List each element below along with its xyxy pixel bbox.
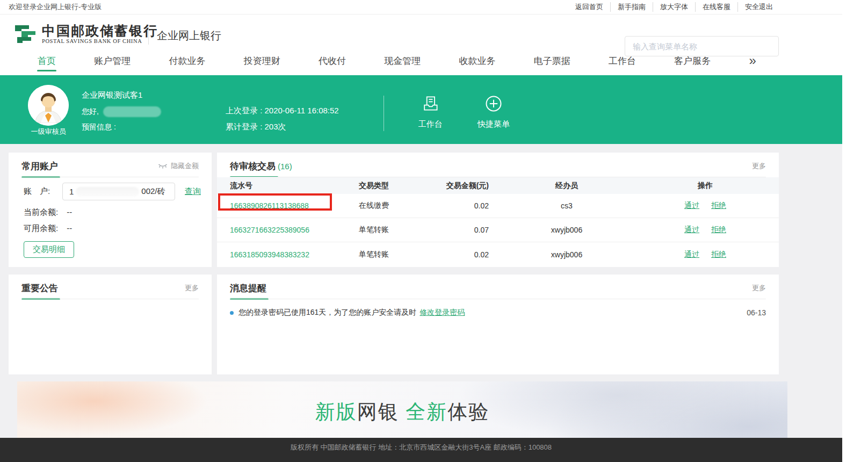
query-link[interactable]: 查询 xyxy=(185,186,201,197)
panel-pending-transactions: 待审核交易(16) 更多 流水号 交易类型 交易金额(元) 经办员 操作 166… xyxy=(217,153,779,267)
promo-part: 新版 xyxy=(315,401,357,423)
avatar xyxy=(28,85,69,126)
footer: 版权所有 中国邮政储蓄银行 地址：北京市西城区金融大街3号A座 邮政编码：100… xyxy=(0,438,842,462)
header-divider xyxy=(148,26,149,45)
available-balance-value: -- xyxy=(67,223,72,233)
link-enlarge-font[interactable]: 放大字体 xyxy=(653,2,695,12)
tab-e-bills[interactable]: 电子票据 xyxy=(534,55,570,73)
approve-link[interactable]: 通过 xyxy=(684,250,699,258)
account-number-end: 002/砖 xyxy=(141,186,165,197)
approve-link[interactable]: 通过 xyxy=(684,201,699,210)
transaction-operator: xwyjb006 xyxy=(489,226,645,234)
table-row: 1663271663225389056 单笔转账 0.07 xwyjb006 通… xyxy=(217,218,779,242)
main-nav: 首页 账户管理 付款业务 投资理财 代收付 现金管理 收款业务 电子票据 工作台… xyxy=(0,54,842,75)
message-date: 06-13 xyxy=(747,308,766,317)
messages-more-link[interactable]: 更多 xyxy=(752,283,766,293)
redacted-user-name xyxy=(103,106,161,117)
login-count-text: 累计登录 : 203次 xyxy=(226,122,286,132)
table-row: 1663890826113138688 在线缴费 0.02 cs3 通过 拒绝 xyxy=(217,194,779,218)
col-serial-number: 流水号 xyxy=(230,181,359,191)
transaction-id-link[interactable]: 1663271663225389056 xyxy=(230,226,309,234)
eye-closed-icon xyxy=(158,163,168,169)
quick-menu-label: 快捷菜单 xyxy=(469,119,518,129)
reject-link[interactable]: 拒绝 xyxy=(711,250,726,258)
transaction-amount: 0.07 xyxy=(424,226,489,234)
tab-collection-payment[interactable]: 代收付 xyxy=(319,55,346,73)
workbench-label: 工作台 xyxy=(406,119,454,129)
content-area: 常用账户 隐藏金额 账 户: xyxy=(0,144,842,438)
tab-payment-services[interactable]: 付款业务 xyxy=(169,55,206,73)
link-return-home[interactable]: 返回首页 xyxy=(568,2,610,12)
tab-account-management[interactable]: 账户管理 xyxy=(94,55,131,73)
tab-receivables[interactable]: 收款业务 xyxy=(459,55,496,73)
pending-more-link[interactable]: 更多 xyxy=(752,161,766,171)
promo-part: 网银 xyxy=(357,401,399,423)
copyright-text: 版权所有 中国邮政储蓄银行 地址：北京市西城区金融大街3号A座 邮政编码：100… xyxy=(291,443,552,451)
transaction-type: 在线缴费 xyxy=(359,201,424,211)
pending-title: 待审核交易 xyxy=(230,160,276,172)
announcements-more-link[interactable]: 更多 xyxy=(185,283,199,293)
banner-divider xyxy=(384,96,384,131)
message-text: 您的登录密码已使用161天，为了您的账户安全请及时 xyxy=(238,308,416,317)
bullet-dot-icon xyxy=(230,311,234,315)
company-name: 企业网银测试客1 xyxy=(82,90,142,100)
message-item: 您的登录密码已使用161天，为了您的账户安全请及时 修改登录密码 06-13 xyxy=(230,308,766,317)
link-beginner-guide[interactable]: 新手指南 xyxy=(610,2,653,12)
available-balance-label: 可用余额: xyxy=(24,223,58,233)
workbench-shortcut[interactable]: 工作台 xyxy=(406,93,454,129)
tab-cash-management[interactable]: 现金管理 xyxy=(384,55,421,73)
hide-amount-toggle[interactable]: 隐藏金额 xyxy=(158,161,199,171)
tab-investment[interactable]: 投资理财 xyxy=(244,55,280,73)
avatar-image xyxy=(28,85,69,126)
welcome-text: 欢迎登录企业网上银行-专业版 xyxy=(9,2,102,12)
bank-logo-icon xyxy=(12,21,38,47)
col-actions: 操作 xyxy=(645,181,766,191)
current-balance-label: 当前余额: xyxy=(24,207,58,216)
bank-name-en: POSTAL SAVINGS BANK OF CHINA xyxy=(42,38,158,44)
menu-search-input[interactable] xyxy=(625,36,779,56)
change-password-link[interactable]: 修改登录密码 xyxy=(419,308,465,317)
nav-more-chevron-icon[interactable]: » xyxy=(749,55,756,67)
panel-frequent-accounts: 常用账户 隐藏金额 账 户: xyxy=(9,153,212,267)
transaction-type: 单笔转账 xyxy=(359,225,424,235)
account-select[interactable]: 1 002/砖 xyxy=(62,183,175,200)
reject-link[interactable]: 拒绝 xyxy=(711,201,726,210)
promo-part: 体验 xyxy=(447,401,489,423)
promo-banner[interactable]: 新版网银 全新体验 xyxy=(17,381,787,438)
table-row: 1663185093948383232 单笔转账 0.02 xwyjb006 通… xyxy=(217,242,779,266)
tab-customer-service[interactable]: 客户服务 xyxy=(674,55,711,73)
user-banner: 一级审核员 企业网银测试客1 您好, 预留信息 : 上次登录 : 2020-06… xyxy=(0,75,842,144)
transaction-operator: xwyjb006 xyxy=(489,250,645,259)
link-online-service[interactable]: 在线客服 xyxy=(695,2,737,12)
product-title: 企业网上银行 xyxy=(157,28,221,43)
messages-title: 消息提醒 xyxy=(230,282,266,294)
page: 欢迎登录企业网上银行-专业版 返回首页 新手指南 放大字体 在线客服 安全退出 … xyxy=(0,0,842,462)
transaction-id-link[interactable]: 1663890826113138688 xyxy=(230,201,309,210)
transaction-detail-button[interactable]: 交易明细 xyxy=(24,241,74,258)
pending-table: 流水号 交易类型 交易金额(元) 经办员 操作 1663890826113138… xyxy=(217,177,779,266)
frequent-accounts-title: 常用账户 xyxy=(21,160,58,172)
tab-home[interactable]: 首页 xyxy=(38,55,56,73)
promo-slogan: 新版网银 全新体验 xyxy=(17,399,787,425)
col-amount: 交易金额(元) xyxy=(424,181,489,191)
transaction-type: 单笔转账 xyxy=(359,250,424,259)
quick-menu-shortcut[interactable]: 快捷菜单 xyxy=(469,93,518,129)
col-transaction-type: 交易类型 xyxy=(359,181,424,191)
link-safe-logout[interactable]: 安全退出 xyxy=(737,2,780,12)
greeting-text: 您好, xyxy=(82,107,99,117)
col-operator: 经办员 xyxy=(489,181,645,191)
pending-count: (16) xyxy=(278,162,292,171)
redacted-account-number xyxy=(76,187,139,197)
panel-messages: 消息提醒 更多 您的登录密码已使用161天，为了您的账户安全请及时 修改登录密码… xyxy=(217,275,779,374)
top-utility-bar: 欢迎登录企业网上银行-专业版 返回首页 新手指南 放大字体 在线客服 安全退出 xyxy=(0,0,842,15)
hide-amount-label: 隐藏金额 xyxy=(171,161,199,171)
reserved-info-label: 预留信息 : xyxy=(82,122,116,132)
reject-link[interactable]: 拒绝 xyxy=(711,225,726,234)
workbench-icon xyxy=(420,93,440,113)
last-login-text: 上次登录 : 2020-06-11 16:08:52 xyxy=(226,106,339,116)
transaction-amount: 0.02 xyxy=(424,250,489,259)
tab-workbench[interactable]: 工作台 xyxy=(609,55,636,73)
announcements-title: 重要公告 xyxy=(21,282,58,294)
approve-link[interactable]: 通过 xyxy=(684,225,699,234)
transaction-id-link[interactable]: 1663185093948383232 xyxy=(230,250,309,259)
